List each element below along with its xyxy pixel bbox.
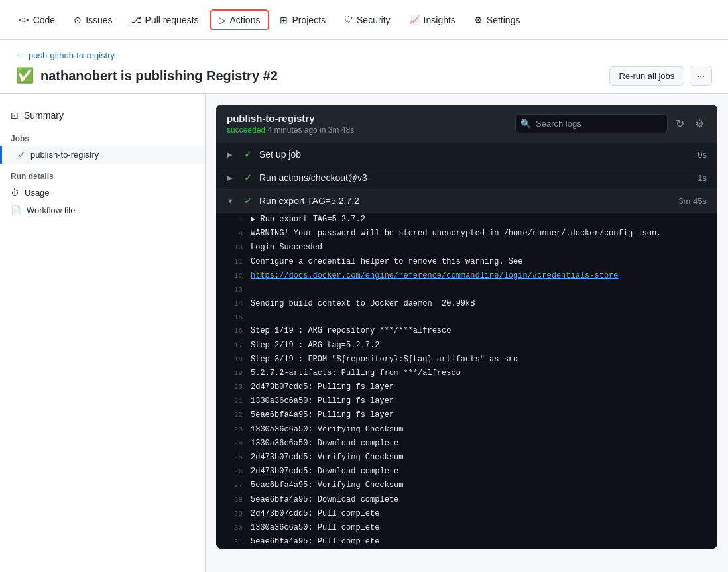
settings-icon: ⚙ <box>474 15 483 25</box>
settings-log-button[interactable]: ⚙ <box>692 115 707 133</box>
sidebar-item-workflow-file[interactable]: 📄 Workflow file <box>0 201 205 219</box>
line-content: 5eae6bfa4a95: Pull complete <box>251 536 379 548</box>
more-options-button[interactable]: ··· <box>690 66 712 86</box>
log-line: 12https://docs.docker.com/engine/referen… <box>216 269 717 283</box>
nav-actions-label: Actions <box>230 15 261 25</box>
line-content: 2d473b07cdd5: Verifying Checksum <box>251 451 403 464</box>
line-number: 27 <box>227 479 251 492</box>
log-line: 15 <box>216 311 717 325</box>
line-content: 2d473b07cdd5: Download complete <box>251 465 398 478</box>
nav-security-label: Security <box>357 15 391 25</box>
log-status: succeeded <box>227 125 265 135</box>
log-line: 225eae6bfa4a95: Pulling fs layer <box>216 408 717 422</box>
log-subtitle: succeeded 4 minutes ago in 3m 48s <box>227 125 354 135</box>
steps-list: ▶ ✓ Set up job 0s ▶ ✓ Run actions/checko… <box>216 143 717 549</box>
rerun-all-jobs-button[interactable]: Re-run all jobs <box>609 66 685 86</box>
line-number: 15 <box>227 312 251 324</box>
log-line: 195.2.7.2-artifacts: Pulling from ***/al… <box>216 367 717 380</box>
step-duration: 0s <box>698 150 707 160</box>
log-line: 10Login Succeeded <box>216 241 717 255</box>
line-number: 25 <box>227 451 251 464</box>
log-line: 14Sending build context to Docker daemon… <box>216 297 717 311</box>
line-content: 5eae6bfa4a95: Verifying Checksum <box>251 479 403 492</box>
log-line: 9WARNING! Your password will be stored u… <box>216 227 717 241</box>
nav-pull-requests-label: Pull requests <box>145 15 199 25</box>
line-content: 2d473b07cdd5: Pulling fs layer <box>251 381 394 394</box>
log-line: 252d473b07cdd5: Verifying Checksum <box>216 451 717 465</box>
log-line: 292d473b07cdd5: Pull complete <box>216 507 717 521</box>
line-content: 1330a36c6a50: Download complete <box>251 437 398 450</box>
nav-settings[interactable]: ⚙ Settings <box>466 11 528 29</box>
log-line: 13 <box>216 283 717 297</box>
line-content: Configure a credential helper to remove … <box>251 256 522 268</box>
line-content: Step 3/19 : FROM "${repository}:${tag}-a… <box>251 353 518 366</box>
line-content: 1330a36c6a50: Pulling fs layer <box>251 395 394 408</box>
page-header: ← push-github-to-registry ✅ nathanobert … <box>0 40 728 94</box>
sidebar-summary-label: Summary <box>24 110 64 121</box>
step-name: Set up job <box>259 149 691 160</box>
log-title-section: publish-to-registry succeeded 4 minutes … <box>227 113 354 135</box>
line-number: 17 <box>227 339 251 352</box>
nav-security[interactable]: 🛡 Security <box>336 11 398 29</box>
log-line-link[interactable]: https://docs.docker.com/engine/reference… <box>251 271 619 280</box>
log-line: 211330a36c6a50: Pulling fs layer <box>216 394 717 408</box>
nav-code-label: Code <box>33 15 55 25</box>
line-content: WARNING! Your password will be stored un… <box>251 227 661 240</box>
insights-icon: 📈 <box>409 15 420 25</box>
code-icon: <> <box>19 15 29 25</box>
log-lines: 1▶ Run export TAG=5.2.7.29WARNING! Your … <box>216 213 717 549</box>
workflow-file-icon: 📄 <box>11 205 21 215</box>
issues-icon: ⊙ <box>74 15 82 25</box>
line-number: 30 <box>227 522 251 534</box>
nav-projects[interactable]: ⊞ Projects <box>272 11 334 29</box>
log-line: 202d473b07cdd5: Pulling fs layer <box>216 380 717 394</box>
step-duration: 3m 45s <box>678 196 707 206</box>
security-icon: 🛡 <box>344 15 353 25</box>
step-setup-job[interactable]: ▶ ✓ Set up job 0s <box>216 143 717 166</box>
search-logs-input[interactable] <box>515 114 668 133</box>
sidebar-item-usage[interactable]: ⏱ Usage <box>0 184 205 201</box>
line-number: 21 <box>227 395 251 408</box>
sidebar: ⊡ Summary Jobs ✓ publish-to-registry Run… <box>0 94 206 572</box>
step-checkout[interactable]: ▶ ✓ Run actions/checkout@v3 1s <box>216 166 717 190</box>
nav-code[interactable]: <> Code <box>11 11 63 29</box>
line-content: 2d473b07cdd5: Pull complete <box>251 508 379 520</box>
log-line: 17Step 2/19 : ARG tag=5.2.7.2 <box>216 339 717 353</box>
chevron-right-icon: ▶ <box>227 150 237 159</box>
line-content: Step 1/19 : ARG repository=***/***alfres… <box>251 325 451 337</box>
line-number: 20 <box>227 381 251 394</box>
line-content: 1330a36c6a50: Pull complete <box>251 522 379 534</box>
nav-insights[interactable]: 📈 Insights <box>401 11 463 29</box>
log-title: publish-to-registry <box>227 113 354 124</box>
nav-settings-label: Settings <box>487 15 520 25</box>
sidebar-job-publish[interactable]: ✓ publish-to-registry <box>0 146 205 164</box>
breadcrumb[interactable]: ← push-github-to-registry <box>16 50 712 60</box>
step-success-icon: ✓ <box>244 195 253 207</box>
sidebar-run-details-title: Run details <box>0 164 205 184</box>
step-export-tag[interactable]: ▼ ✓ Run export TAG=5.2.7.2 3m 45s <box>216 190 717 213</box>
nav-actions[interactable]: ▷ Actions <box>210 9 270 30</box>
line-content: Step 2/19 : ARG tag=5.2.7.2 <box>251 339 379 352</box>
line-number: 16 <box>227 325 251 337</box>
log-header-actions: 🔍 ↻ ⚙ <box>515 114 707 133</box>
log-header: publish-to-registry succeeded 4 minutes … <box>216 105 717 143</box>
content-area: publish-to-registry succeeded 4 minutes … <box>206 94 728 572</box>
page-title-left: ✅ nathanobert is publishing Registry #2 <box>16 67 278 84</box>
projects-icon: ⊞ <box>280 15 288 25</box>
nav-issues-label: Issues <box>86 15 112 25</box>
line-number: 19 <box>227 367 251 380</box>
log-line: 231330a36c6a50: Verifying Checksum <box>216 423 717 437</box>
line-number: 31 <box>227 536 251 548</box>
sidebar-workflow-label: Workflow file <box>27 205 75 215</box>
nav-insights-label: Insights <box>424 15 455 25</box>
nav-pull-requests[interactable]: ⎇ Pull requests <box>123 11 207 29</box>
sidebar-item-summary[interactable]: ⊡ Summary <box>0 105 205 126</box>
line-number: 23 <box>227 424 251 436</box>
line-number: 29 <box>227 508 251 520</box>
refresh-button[interactable]: ↻ <box>673 115 687 133</box>
line-number: 12 <box>227 270 251 282</box>
nav-issues[interactable]: ⊙ Issues <box>66 11 120 29</box>
step-success-icon: ✓ <box>244 172 253 184</box>
chevron-down-icon: ▼ <box>227 197 237 205</box>
log-line: 285eae6bfa4a95: Download complete <box>216 493 717 507</box>
